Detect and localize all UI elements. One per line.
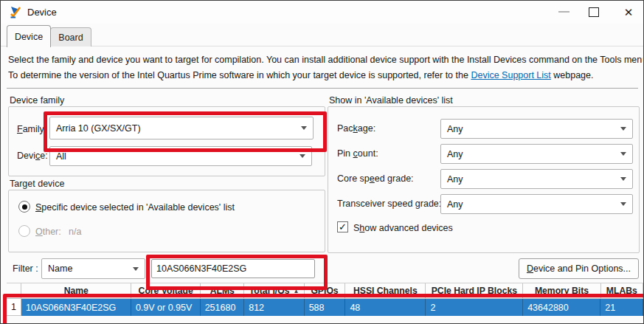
package-dropdown[interactable]: Any (440, 119, 633, 139)
family-dropdown-value: Arria 10 (GX/SX/GT) (56, 123, 297, 134)
dropdown-arrow-icon (133, 267, 139, 271)
cell-mlabs[interactable]: 21 (600, 299, 643, 316)
device-dialog: Device ✕ Device Board Select the family … (0, 0, 644, 324)
cell-pcie-hard-ip-blocks[interactable]: 2 (426, 299, 523, 316)
show-advanced-devices-checkbox[interactable]: ✓ (337, 221, 348, 232)
core-speed-grade-dropdown-value: Any (447, 174, 616, 185)
row-number-header[interactable] (7, 283, 21, 299)
tab-board-label: Board (58, 32, 83, 43)
filter-text-input[interactable] (151, 259, 315, 278)
column-header-label: Total I/Os (249, 286, 290, 296)
cell-alms[interactable]: 251680 (201, 299, 245, 316)
other-device-radio-label: Other: (35, 227, 61, 237)
quartus-app-icon (8, 5, 22, 19)
description-line2-prefix: To determine the version of the Intel Qu… (8, 70, 471, 80)
column-header-memory-bits[interactable]: Memory Bits (523, 283, 600, 299)
cell-core-voltage[interactable]: 0.9V or 0.95V (131, 299, 201, 316)
core-speed-grade-dropdown[interactable]: Any (440, 169, 633, 189)
column-header-label: Name (64, 286, 89, 296)
close-icon: ✕ (624, 7, 634, 18)
column-header-hssi-channels[interactable]: HSSI Channels (345, 283, 426, 299)
device-dropdown[interactable]: All (49, 146, 312, 166)
row-number-cell: 1 (7, 299, 21, 316)
column-header-label: ALMs (210, 286, 235, 296)
cell-name[interactable]: 10AS066N3F40E2SG (21, 299, 131, 316)
description-line2-suffix: webpage. (551, 70, 594, 80)
filter-field-dropdown-value: Name (48, 263, 128, 274)
column-header-label: PCIe Hard IP Blocks (432, 286, 517, 296)
specific-device-radio[interactable] (18, 201, 30, 213)
window-title: Device (27, 7, 57, 18)
dropdown-arrow-icon (300, 154, 305, 158)
package-label: Package: (337, 123, 375, 134)
core-speed-grade-label: Core speed grade: (337, 173, 414, 184)
other-device-radio[interactable] (18, 225, 30, 237)
minimize-icon (558, 11, 569, 13)
target-device-groupbox (8, 190, 325, 252)
package-dropdown-value: Any (447, 124, 616, 134)
other-device-value: n/a (69, 227, 81, 237)
device-support-list-link[interactable]: Device Support List (471, 70, 550, 80)
cell-total-ios[interactable]: 812 (244, 299, 304, 316)
table-row-selected[interactable]: 1 10AS066N3F40E2SG 0.9V or 0.95V 251680 … (7, 299, 643, 316)
dropdown-arrow-icon (620, 127, 626, 131)
column-header-name[interactable]: Name (21, 283, 131, 299)
show-advanced-devices-label: Show advanced devices (353, 223, 453, 233)
column-header-label: Memory Bits (535, 286, 589, 296)
column-header-label: Core Voltage (139, 286, 193, 296)
pin-count-label: Pin count: (337, 148, 378, 159)
column-header-core-voltage[interactable]: Core Voltage (131, 283, 201, 299)
column-header-gpios[interactable]: GPIOs (305, 283, 346, 299)
description-text: Select the family and device you want to… (8, 52, 643, 83)
description-line2: To determine the version of the Intel Qu… (8, 68, 643, 83)
cell-memory-bits[interactable]: 43642880 (523, 299, 600, 316)
available-devices-table: Name Core Voltage ALMs Total I/Os▲ GPIOs… (7, 283, 643, 317)
transceiver-speed-grade-label: Transceiver speed grade: (337, 199, 441, 209)
dropdown-arrow-icon (301, 126, 307, 130)
section-divider (7, 88, 638, 89)
description-line1: Select the family and device you want to… (8, 52, 643, 68)
title-bar: Device ✕ (1, 1, 643, 24)
filter-field-dropdown[interactable]: Name (41, 258, 145, 279)
column-header-alms[interactable]: ALMs (201, 283, 244, 299)
checkmark-icon: ✓ (339, 222, 347, 232)
column-header-label: HSSI Channels (353, 286, 418, 296)
column-header-label: GPIOs (311, 286, 338, 296)
cell-hssi-channels[interactable]: 48 (345, 299, 426, 316)
device-family-group-label: Device family (10, 95, 64, 106)
maximize-icon (589, 7, 599, 17)
device-and-pin-options-button[interactable]: Device and Pin Options... (519, 258, 639, 279)
tab-device-label: Device (15, 32, 43, 42)
show-list-group-label: Show in 'Available devices' list (329, 95, 453, 106)
dropdown-arrow-icon (620, 177, 626, 181)
sort-ascending-icon: ▲ (293, 288, 299, 294)
column-header-total-ios[interactable]: Total I/Os▲ (244, 283, 304, 299)
family-dropdown[interactable]: Arria 10 (GX/SX/GT) (49, 117, 314, 139)
transceiver-speed-grade-dropdown-value: Any (447, 199, 616, 210)
tab-bar-divider (1, 46, 643, 46)
close-button[interactable]: ✕ (612, 1, 644, 23)
filter-label: Filter : (13, 263, 38, 274)
tab-device[interactable]: Device (7, 25, 51, 47)
device-and-pin-options-button-label: Device and Pin Options... (527, 263, 631, 274)
tab-board[interactable]: Board (50, 27, 91, 46)
pin-count-dropdown[interactable]: Any (440, 144, 633, 164)
specific-device-radio-label: Specific device selected in 'Available d… (35, 202, 235, 213)
column-header-pcie-hard-ip-blocks[interactable]: PCIe Hard IP Blocks (426, 283, 523, 299)
device-dropdown-value: All (56, 151, 295, 162)
target-device-group-label: Target device (10, 179, 64, 189)
dropdown-arrow-icon (620, 202, 626, 206)
column-header-label: MLABs (606, 286, 637, 296)
family-label: Family: (17, 124, 46, 134)
maximize-button[interactable] (578, 1, 610, 23)
dropdown-arrow-icon (620, 152, 626, 156)
transceiver-speed-grade-dropdown[interactable]: Any (440, 194, 633, 214)
pin-count-dropdown-value: Any (447, 149, 616, 159)
cell-gpios[interactable]: 588 (305, 299, 346, 316)
table-header-row: Name Core Voltage ALMs Total I/Os▲ GPIOs… (7, 283, 643, 299)
device-label: Device: (17, 151, 48, 161)
minimize-button[interactable] (547, 1, 580, 23)
column-header-mlabs[interactable]: MLABs (601, 283, 643, 299)
